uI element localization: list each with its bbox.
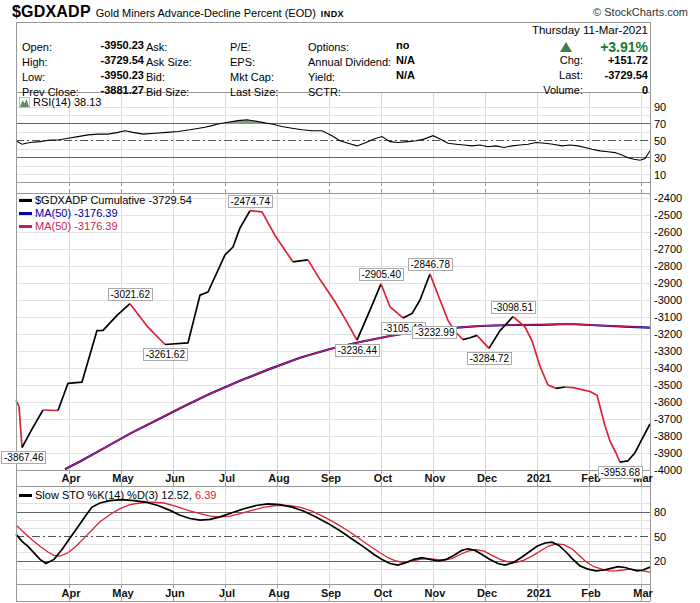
quote-field-open: Open:-3950.23 [22, 39, 52, 52]
quote-field-prevclose: Prev Close:-3881.27 [22, 84, 79, 97]
ma50-red-swatch [19, 225, 32, 228]
legend-row-ma-red: MA(50) -3176.39 [19, 220, 192, 233]
main-ytick-3400: -3400 [654, 363, 682, 374]
point-label-326162: -3261.62 [143, 348, 188, 361]
quote-field-high: High:-3729.54 [22, 54, 48, 67]
quote-chg-row: Chg: +151.72 [560, 54, 648, 67]
main-ytick-3600: -3600 [654, 397, 682, 408]
quote-label: Prev Close: [22, 86, 79, 98]
month-label-Jul-row1: Jul [219, 587, 235, 599]
main-ytick-2800: -2800 [654, 261, 682, 272]
point-label-302162: -3021.62 [108, 288, 153, 301]
month-label-Oct-row0: Oct [374, 472, 392, 484]
rsi-ytick-70: 70 [654, 118, 666, 129]
up-triangle-icon [560, 42, 572, 52]
quote-field-bid: Bid: [146, 69, 165, 82]
main-ytick-3200: -3200 [654, 329, 682, 340]
quote-label: Last: [559, 69, 586, 81]
quote-value: +151.72 [586, 54, 648, 67]
month-label-Oct-row1: Oct [374, 587, 392, 599]
main-ytick-3900: -3900 [654, 448, 682, 459]
quote-value: N/A [396, 69, 446, 82]
sto-ytick-50: 50 [654, 531, 666, 542]
main-ytick-2700: -2700 [654, 244, 682, 255]
month-label-Aug-row0: Aug [268, 472, 289, 484]
month-label-May-row0: May [112, 472, 133, 484]
quote-label: Bid Size: [146, 86, 189, 98]
quote-field-pe: P/E: [230, 39, 251, 52]
quote-last-row: Last: -3729.54 [559, 69, 648, 82]
quote-value: -3729.54 [586, 69, 648, 82]
month-label-Sep-row0: Sep [321, 472, 341, 484]
month-label-Dec-row0: Dec [477, 472, 497, 484]
month-label-Jun-row0: Jun [165, 472, 185, 484]
quote-field-annualdividend: Annual Dividend:N/A [308, 54, 391, 67]
legend-row-ma-blue: MA(50) -3176.39 [19, 207, 192, 220]
rsi-area-icon [19, 97, 30, 111]
sto-legend: Slow STO %K(14) %D(3) 12.52, 6.39 [19, 489, 216, 502]
quote-label: Ask Size: [146, 56, 192, 68]
quote-label: Last Size: [230, 86, 278, 98]
quote-label: Chg: [560, 54, 586, 66]
quote-field-ask: Ask: [146, 39, 167, 52]
month-label-Sep-row1: Sep [321, 587, 341, 599]
quote-value: -3729.54 [88, 54, 144, 67]
month-label-2021-row0: 2021 [527, 472, 551, 484]
main-ytick-3300: -3300 [654, 346, 682, 357]
quote-label: Mkt Cap: [230, 71, 274, 83]
quote-label: Volume: [543, 84, 586, 96]
main-ytick-2600: -2600 [654, 227, 682, 238]
month-label-Apr-row1: Apr [62, 587, 81, 599]
main-ytick-3100: -3100 [654, 312, 682, 323]
main-ytick-2500: -2500 [654, 210, 682, 221]
quote-label: P/E: [230, 41, 251, 53]
quote-label: Annual Dividend: [308, 56, 391, 68]
quote-label: High: [22, 56, 48, 68]
point-label-395368: -3953.68 [598, 466, 643, 479]
percent-change-row: +3.91% [560, 39, 648, 55]
main-ytick-2900: -2900 [654, 278, 682, 289]
quote-date: Thursday 11-Mar-2021 [532, 24, 648, 36]
rsi-ytick-10: 10 [654, 169, 666, 180]
point-label-290540: -2905.40 [359, 268, 404, 281]
sto-k-value: 12.52, [161, 489, 192, 501]
rsi-ytick-30: 30 [654, 152, 666, 163]
point-label-247474: -2474.74 [228, 195, 273, 208]
quote-value: 0 [586, 84, 648, 97]
point-label-309851: -3098.51 [491, 301, 536, 314]
main-ytick-3500: -3500 [654, 380, 682, 391]
main-ytick-3700: -3700 [654, 414, 682, 425]
quote-field-lastsize: Last Size: [230, 84, 278, 97]
quote-field-low: Low:-3950.23 [22, 69, 45, 82]
quote-value: -3881.27 [88, 84, 144, 97]
month-label-Nov-row0: Nov [425, 472, 446, 484]
quote-field-bidsize: Bid Size: [146, 84, 189, 97]
quote-label: SCTR: [308, 86, 341, 98]
point-label-284678: -2846.78 [408, 258, 453, 271]
quote-field-yield: Yield:N/A [308, 69, 335, 82]
month-label-Mar-row1: Mar [633, 587, 653, 599]
quote-label: Options: [308, 41, 349, 53]
month-label-Feb-row1: Feb [581, 587, 601, 599]
point-label-323299: -3232.99 [412, 326, 457, 339]
quote-label: Bid: [146, 71, 165, 83]
quote-value: -3950.23 [88, 39, 144, 52]
stockcharts-chart-page: $GDXADPGold Miners Advance-Decline Perce… [0, 0, 700, 603]
quote-value: no [396, 39, 446, 52]
ma50-blue-swatch [19, 212, 32, 215]
point-label-386746: -3867.46 [1, 451, 46, 464]
quote-field-sctr: SCTR: [308, 84, 341, 97]
quote-field-options: Options:no [308, 39, 349, 52]
quote-label: Open: [22, 41, 52, 53]
main-ytick-3000: -3000 [654, 295, 682, 306]
quote-value: -3950.23 [88, 69, 144, 82]
quote-label: Yield: [308, 71, 335, 83]
sto-legend-text: Slow STO %K(14) %D(3) [35, 489, 158, 501]
rsi-legend: RSI(14) 38.13 [19, 96, 101, 111]
month-label-Jul-row0: Jul [219, 472, 235, 484]
month-label-Dec-row1: Dec [477, 587, 497, 599]
price-line-swatch [19, 199, 32, 202]
month-label-Nov-row1: Nov [425, 587, 446, 599]
legend-price-label: $GDXADP Cumulative -3729.54 [35, 194, 192, 206]
quote-value: N/A [396, 54, 446, 67]
